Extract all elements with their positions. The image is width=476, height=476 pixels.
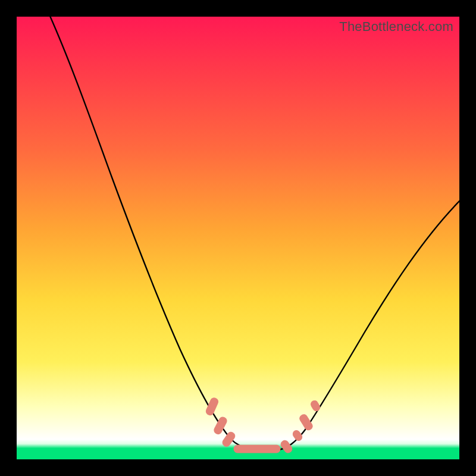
chart-frame: TheBottleneck.com <box>0 0 476 476</box>
trough-markers-left <box>205 397 236 448</box>
trough-markers-bottom <box>234 445 280 453</box>
svg-rect-4 <box>280 439 293 454</box>
svg-rect-5 <box>292 429 303 442</box>
svg-rect-7 <box>309 399 321 412</box>
trough-markers-right <box>280 399 321 454</box>
svg-rect-0 <box>205 397 219 416</box>
svg-rect-6 <box>298 413 314 431</box>
svg-rect-3 <box>234 445 280 453</box>
svg-rect-2 <box>221 431 237 448</box>
chart-plot-area: TheBottleneck.com <box>17 17 459 459</box>
bottleneck-curve <box>17 17 459 459</box>
